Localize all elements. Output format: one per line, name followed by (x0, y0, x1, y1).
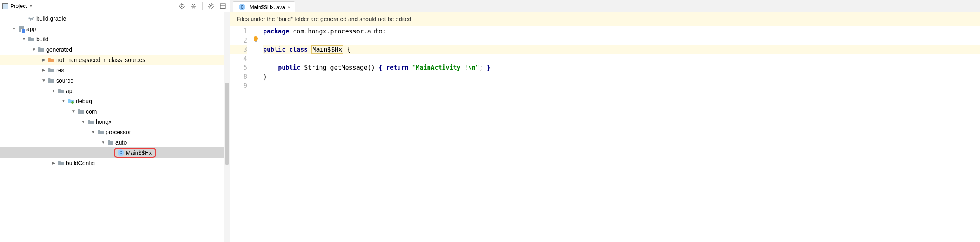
line-number: 3 (230, 45, 247, 54)
svg-point-1 (181, 5, 183, 7)
gutter: 1 2 3 4 5 8 9 (230, 26, 253, 242)
chevron-down-icon: ▼ (29, 4, 33, 8)
code-line[interactable] (263, 36, 980, 45)
scrollbar-track[interactable] (224, 12, 230, 242)
chevron-down-icon[interactable]: ▼ (71, 109, 76, 114)
tree-label: build.gradle (36, 15, 66, 22)
tree-item-mainhx[interactable]: C Main$$Hx (0, 147, 230, 158)
tree-label: generated (46, 46, 72, 53)
tree-item-apt[interactable]: ▼ apt (0, 85, 230, 96)
chevron-down-icon[interactable]: ▼ (61, 99, 66, 103)
lightbulb-icon[interactable] (252, 36, 259, 43)
selected-highlight: C Main$$Hx (114, 148, 156, 158)
svg-rect-20 (255, 41, 257, 42)
tree-label: processor (106, 129, 131, 135)
folder-icon (48, 57, 54, 63)
chevron-down-icon[interactable]: ▼ (31, 47, 36, 52)
chevron-down-icon[interactable]: ▼ (51, 88, 56, 93)
class-icon: C (118, 149, 124, 156)
tree-label: com (86, 108, 97, 115)
svg-rect-16 (220, 4, 225, 9)
tree-label: auto (115, 139, 127, 146)
tree-item-processor[interactable]: ▼ processor (0, 127, 230, 137)
tree-label: not_namespaced_r_class_sources (56, 57, 145, 63)
package-icon (87, 119, 94, 125)
editor-tabs: C Main$$Hx.java × (230, 0, 980, 12)
code-line[interactable] (263, 81, 980, 90)
tree-item-gradle[interactable]: build.gradle (0, 13, 230, 24)
tree-item-build[interactable]: ▼ build (0, 34, 230, 44)
generated-file-banner: Files under the "build" folder are gener… (230, 12, 980, 26)
tree-item-com[interactable]: ▼ com (0, 106, 230, 116)
editor-panel: C Main$$Hx.java × Files under the "build… (230, 0, 980, 242)
collapse-icon[interactable] (189, 2, 198, 11)
line-number: 9 (230, 81, 247, 90)
folder-icon (48, 67, 54, 74)
folder-icon (48, 77, 54, 84)
package-icon (107, 139, 114, 146)
divider (202, 2, 203, 10)
chevron-down-icon[interactable]: ▼ (101, 140, 106, 145)
tree-label: Main$$Hx (126, 149, 152, 156)
chevron-down-icon[interactable]: ▼ (81, 119, 86, 124)
chevron-down-icon[interactable]: ▼ (12, 26, 16, 31)
code-editor[interactable]: 1 2 3 4 5 8 9 package com.hongx.processo… (230, 26, 980, 242)
class-icon: C (239, 4, 245, 10)
chevron-down-icon[interactable]: ▼ (21, 37, 26, 41)
chevron-right-icon[interactable]: ▶ (41, 57, 46, 62)
chevron-right-icon[interactable]: ▶ (41, 68, 46, 72)
line-number: 2 (230, 36, 247, 45)
tree-item-auto[interactable]: ▼ auto (0, 137, 230, 147)
folder-icon (58, 160, 64, 166)
locate-icon[interactable] (177, 2, 186, 11)
svg-point-19 (71, 101, 74, 104)
tab-mainhx[interactable]: C Main$$Hx.java × (233, 1, 295, 12)
chevron-right-icon[interactable]: ▶ (51, 161, 56, 165)
package-icon (78, 108, 84, 115)
project-tree[interactable]: build.gradle ▼ app ▼ build ▼ generated ▶ (0, 12, 230, 242)
tree-item-buildconfig[interactable]: ▶ buildConfig (0, 158, 230, 168)
tree-item-source[interactable]: ▼ source (0, 75, 230, 85)
code-line[interactable]: package com.hongx.processor.auto; (263, 27, 980, 36)
code-line[interactable]: public String getMessage() { return "Mai… (263, 63, 980, 72)
svg-line-15 (212, 4, 213, 5)
source-folder-icon (68, 98, 74, 104)
project-panel: Project ▼ (0, 0, 230, 242)
chevron-down-icon[interactable]: ▼ (91, 130, 96, 134)
module-icon (18, 26, 25, 32)
banner-text: Files under the "build" folder are gener… (237, 16, 413, 22)
folder-icon (38, 46, 45, 53)
tree-label: res (56, 67, 64, 74)
tree-label: buildConfig (66, 160, 95, 166)
folder-icon (28, 36, 35, 43)
gear-icon[interactable] (207, 2, 216, 11)
tree-label: hongx (96, 119, 111, 125)
line-number: 4 (230, 54, 247, 63)
line-number: 8 (230, 72, 247, 81)
scrollbar-thumb[interactable] (225, 83, 229, 165)
tree-item-res[interactable]: ▶ res (0, 65, 230, 75)
code-body[interactable]: package com.hongx.processor.auto; public… (253, 26, 980, 242)
project-window-icon (2, 3, 8, 9)
tree-label: apt (66, 88, 74, 94)
package-icon (97, 129, 104, 135)
line-number: 5 (230, 63, 247, 72)
hide-panel-icon[interactable] (218, 2, 227, 11)
code-line[interactable] (263, 54, 980, 63)
code-line[interactable]: public class Main$$Hx { (263, 45, 980, 54)
tree-item-debug[interactable]: ▼ debug (0, 96, 230, 106)
code-line[interactable]: } (263, 72, 980, 81)
project-view-dropdown[interactable]: Project ▼ (2, 3, 33, 9)
tree-label: build (36, 36, 49, 43)
tree-item-not-namespaced[interactable]: ▶ not_namespaced_r_class_sources (0, 55, 230, 65)
tree-label: app (26, 26, 36, 32)
tree-item-hongx[interactable]: ▼ hongx (0, 116, 230, 127)
tree-item-generated[interactable]: ▼ generated (0, 44, 230, 55)
panel-title-text: Project (10, 3, 27, 9)
close-icon[interactable]: × (287, 4, 291, 10)
svg-line-14 (209, 7, 210, 8)
chevron-down-icon[interactable]: ▼ (41, 78, 46, 83)
tree-item-app[interactable]: ▼ app (0, 24, 230, 34)
tree-label: source (56, 77, 73, 84)
svg-line-12 (209, 4, 210, 5)
